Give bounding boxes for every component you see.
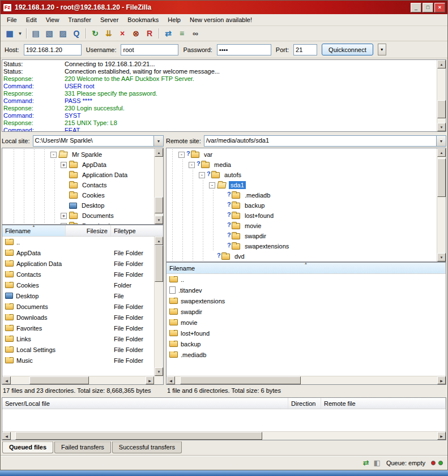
column-header-server-local-file[interactable]: Server/Local file bbox=[2, 398, 288, 409]
remote-file-row[interactable]: .mediadb bbox=[167, 349, 446, 360]
queue-hscrollbar[interactable]: ◀ ▶ bbox=[2, 431, 446, 440]
scroll-track[interactable] bbox=[11, 432, 437, 440]
menu-item-server[interactable]: Server bbox=[96, 15, 123, 25]
tree-item-dvd[interactable]: +?dvd bbox=[168, 251, 437, 261]
remote-list-hscrollbar[interactable]: ◀ ▶ bbox=[167, 376, 446, 384]
maximize-button[interactable]: □ bbox=[423, 3, 433, 12]
toggle-message-log-button[interactable]: ▤ bbox=[29, 27, 42, 40]
tree-expander-icon[interactable]: - bbox=[50, 152, 57, 158]
local-file-row[interactable]: Application DataFile Folder bbox=[2, 258, 154, 269]
column-header-remote-file[interactable]: Remote file bbox=[321, 398, 446, 409]
host-input[interactable] bbox=[24, 44, 82, 55]
local-file-row[interactable]: DesktopFile bbox=[2, 290, 154, 301]
quickconnect-button[interactable]: Quickconnect bbox=[322, 44, 373, 55]
minimize-button[interactable]: _ bbox=[411, 3, 421, 12]
tree-item-swapextensions[interactable]: +?swapextensions bbox=[168, 241, 437, 251]
scroll-up-button[interactable]: ▲ bbox=[155, 148, 163, 157]
menu-item-transfer[interactable]: Transfer bbox=[63, 15, 96, 25]
local-file-row[interactable]: Local SettingsFile Folder bbox=[2, 344, 154, 355]
tree-expander-icon[interactable]: + bbox=[61, 213, 67, 219]
reconnect-button[interactable]: R bbox=[143, 27, 156, 40]
scroll-left-button[interactable]: ◀ bbox=[2, 376, 11, 384]
directory-comparison-button[interactable]: ⇄ bbox=[161, 27, 175, 40]
scroll-right-button[interactable]: ▶ bbox=[146, 376, 154, 384]
toggle-local-tree-button[interactable]: ▧ bbox=[42, 27, 56, 40]
scroll-thumb[interactable] bbox=[155, 197, 163, 213]
local-list-hscrollbar[interactable]: ◀ ▶ bbox=[2, 376, 163, 384]
password-input[interactable] bbox=[217, 44, 271, 55]
tree-item-cookies[interactable]: +Cookies bbox=[3, 190, 154, 200]
username-input[interactable] bbox=[121, 44, 178, 55]
port-input[interactable] bbox=[293, 44, 317, 55]
scroll-left-button[interactable]: ◀ bbox=[2, 432, 11, 440]
synchronized-browsing-button[interactable]: ≡ bbox=[175, 27, 189, 40]
disconnect-from-server-button[interactable]: ⊗ bbox=[129, 27, 143, 40]
local-file-row[interactable]: LinksFile Folder bbox=[2, 333, 154, 344]
scroll-thumb[interactable] bbox=[437, 100, 446, 119]
tree-item-contacts[interactable]: +Contacts bbox=[3, 180, 154, 190]
scroll-down-button[interactable]: ▼ bbox=[437, 253, 446, 261]
tab-queued-files[interactable]: Queued files bbox=[2, 441, 53, 453]
title-bar[interactable]: Fz 192.168.1.20 - root@192.168.1.20 - Fi… bbox=[1, 1, 447, 14]
menu-item-help[interactable]: Help bbox=[163, 15, 185, 25]
scroll-track[interactable] bbox=[437, 157, 446, 253]
refresh-file-lists-button[interactable]: ↻ bbox=[88, 27, 102, 40]
tree-item-application-data[interactable]: +Application Data bbox=[3, 170, 154, 180]
remote-file-row[interactable]: .. bbox=[167, 274, 446, 285]
scroll-track[interactable] bbox=[11, 376, 146, 384]
remote-tree-scrollbar[interactable]: ▲ ▼ bbox=[437, 148, 446, 261]
scroll-up-button[interactable]: ▲ bbox=[437, 60, 446, 68]
tab-failed-transfers[interactable]: Failed transfers bbox=[54, 441, 111, 453]
scroll-thumb[interactable] bbox=[437, 158, 446, 197]
remote-file-row[interactable]: backup bbox=[167, 338, 446, 349]
tree-expander-icon[interactable]: + bbox=[61, 223, 67, 225]
tree-expander-icon[interactable]: - bbox=[209, 182, 215, 188]
quickconnect-dropdown-button[interactable]: ▼ bbox=[378, 44, 386, 55]
local-file-row[interactable]: MusicFile Folder bbox=[2, 355, 154, 366]
process-transfer-queue-button[interactable]: ⇊ bbox=[102, 27, 116, 40]
tree-item-mediadb[interactable]: +?.mediadb bbox=[168, 190, 437, 200]
scroll-track[interactable] bbox=[175, 376, 437, 384]
remote-file-row[interactable]: swapdir bbox=[167, 306, 446, 317]
scroll-down-button[interactable]: ▼ bbox=[155, 216, 163, 224]
tree-item-sda1[interactable]: -sda1 bbox=[168, 180, 437, 190]
scroll-track[interactable] bbox=[155, 245, 163, 367]
remote-site-combo[interactable]: /var/media/autofs/sda1 ▼ bbox=[204, 135, 446, 147]
tree-item-backup[interactable]: +?backup bbox=[168, 200, 437, 211]
scroll-track[interactable] bbox=[437, 68, 446, 123]
tree-item-appdata[interactable]: +AppData bbox=[3, 160, 154, 170]
tree-item-documents[interactable]: +Documents bbox=[3, 211, 154, 221]
toggle-speed-limits-icon[interactable]: ⇄ bbox=[363, 459, 369, 466]
directory-listing-filters-icon[interactable]: ◧ bbox=[374, 459, 381, 466]
scroll-thumb[interactable] bbox=[29, 376, 89, 384]
local-tree-scrollbar[interactable]: ▲ ▼ bbox=[154, 148, 163, 224]
local-file-row[interactable]: AppDataFile Folder bbox=[2, 247, 154, 258]
open-site-manager-button[interactable]: ▦ bbox=[3, 27, 16, 40]
column-header-filetype[interactable]: Filetype bbox=[111, 225, 163, 236]
toggle-remote-tree-button[interactable]: ▨ bbox=[56, 27, 70, 40]
tree-item-swapdir[interactable]: +?swapdir bbox=[168, 231, 437, 241]
column-header-direction[interactable]: Direction bbox=[288, 398, 321, 409]
scroll-thumb[interactable] bbox=[155, 245, 163, 282]
scroll-thumb[interactable] bbox=[15, 432, 263, 440]
menu-item-view[interactable]: View bbox=[41, 15, 64, 25]
close-button[interactable]: × bbox=[434, 3, 445, 12]
menu-item-file[interactable]: File bbox=[2, 15, 22, 25]
local-list-scrollbar[interactable]: ▲ ▼ bbox=[154, 237, 163, 376]
scroll-down-button[interactable]: ▼ bbox=[155, 367, 163, 376]
tree-expander-icon[interactable]: - bbox=[189, 162, 195, 168]
column-header-filename[interactable]: Filename▲ bbox=[167, 263, 446, 273]
local-site-dropdown-button[interactable]: ▼ bbox=[153, 136, 163, 146]
tree-expander-icon[interactable]: + bbox=[61, 162, 67, 168]
menu-item-edit[interactable]: Edit bbox=[22, 15, 41, 25]
tree-item-autofs[interactable]: -?autofs bbox=[168, 170, 437, 180]
local-file-row[interactable]: DownloadsFile Folder bbox=[2, 312, 154, 323]
scroll-down-button[interactable]: ▼ bbox=[437, 123, 446, 131]
cancel-operation-button[interactable]: × bbox=[116, 27, 129, 40]
remote-file-row[interactable]: lost+found bbox=[167, 328, 446, 338]
scroll-up-button[interactable]: ▲ bbox=[155, 237, 163, 245]
column-header-filesize[interactable]: Filesize bbox=[66, 225, 111, 236]
remote-file-row[interactable]: swapextensions bbox=[167, 295, 446, 306]
scroll-thumb[interactable] bbox=[180, 376, 301, 384]
open-site-manager-dropdown-button[interactable]: ▼ bbox=[16, 27, 24, 40]
